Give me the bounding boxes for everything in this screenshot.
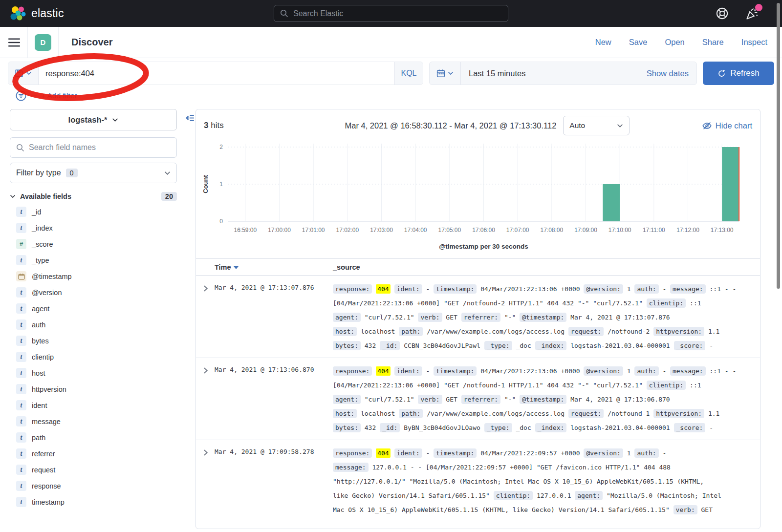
- field-item-path[interactable]: tpath: [10, 429, 186, 446]
- chevron-down-icon: [448, 71, 454, 75]
- field-item-@timestamp[interactable]: @timestamp: [10, 268, 186, 284]
- field-item-clientip[interactable]: tclientip: [10, 349, 186, 365]
- expand-row-icon[interactable]: [202, 367, 209, 435]
- field-item-auth[interactable]: tauth: [10, 317, 186, 333]
- svg-text:17:13:00: 17:13:00: [711, 227, 734, 234]
- query-language-button[interactable]: KQL: [394, 62, 423, 85]
- field-type-string-icon: t: [16, 319, 26, 330]
- field-item-@version[interactable]: t@version: [10, 284, 186, 300]
- news-party-popper-icon[interactable]: [746, 7, 759, 20]
- field-label-badge: verb:: [418, 313, 442, 322]
- index-pattern-select[interactable]: logstash-*: [10, 109, 177, 130]
- inspect-button[interactable]: Inspect: [741, 38, 767, 47]
- show-dates-button[interactable]: Show dates: [647, 69, 696, 78]
- add-filter-button[interactable]: + Add filter: [41, 91, 77, 100]
- query-input[interactable]: response:404: [39, 62, 394, 85]
- field-type-number-icon: #: [16, 239, 26, 249]
- svg-text:Count: Count: [202, 175, 209, 193]
- field-label-badge: auth:: [634, 366, 658, 376]
- field-item-message[interactable]: tmessage: [10, 413, 186, 429]
- field-item-request[interactable]: trequest: [10, 462, 186, 478]
- field-item-response[interactable]: tresponse: [10, 478, 186, 494]
- field-item-bytes[interactable]: tbytes: [10, 333, 186, 349]
- field-value: -: [662, 449, 666, 457]
- help-icon[interactable]: [716, 7, 728, 20]
- global-search-placeholder: Search Elastic: [293, 9, 343, 18]
- field-item-host[interactable]: thost: [10, 365, 186, 381]
- field-label-badge: path:: [399, 409, 423, 418]
- field-item-agent[interactable]: tagent: [10, 300, 186, 317]
- field-label-badge: agent:: [575, 491, 603, 500]
- open-button[interactable]: Open: [665, 38, 684, 47]
- date-picker-calendar-button[interactable]: [430, 62, 461, 85]
- field-value: -: [426, 367, 430, 375]
- field-search-input[interactable]: Search field names: [10, 137, 177, 158]
- histogram-interval-select[interactable]: Auto: [563, 116, 630, 135]
- field-item-_score[interactable]: #_score: [10, 236, 186, 252]
- field-item-httpversion[interactable]: thttpversion: [10, 381, 186, 397]
- field-value: ByBN_3cB04dGovJLOawo: [404, 424, 480, 431]
- highlighted-value: 404: [376, 284, 390, 294]
- filter-by-type-select[interactable]: Filter by type 0: [10, 163, 177, 183]
- field-item-_type[interactable]: t_type: [10, 252, 186, 268]
- svg-text:@timestamp per 30 seconds: @timestamp per 30 seconds: [439, 243, 528, 250]
- save-button[interactable]: Save: [629, 38, 648, 47]
- filter-by-type-count-badge: 0: [66, 169, 78, 177]
- field-label-badge: referrer:: [461, 313, 500, 322]
- field-item-_id[interactable]: t_id: [10, 204, 186, 220]
- new-button[interactable]: New: [595, 38, 611, 47]
- divider: [27, 27, 28, 58]
- field-value: 04/Mar/2021:22:13:06 +0000: [480, 367, 580, 375]
- saved-query-menu-button[interactable]: [8, 62, 39, 85]
- field-value: 432: [365, 342, 376, 349]
- discover-app-badge[interactable]: D: [35, 34, 51, 51]
- field-label-badge: _id:: [380, 423, 400, 432]
- page-scrollbar[interactable]: [777, 3, 780, 289]
- field-name: agent: [32, 305, 49, 313]
- field-label-badge: request:: [568, 409, 604, 418]
- histogram-chart[interactable]: 16:59:0017:00:0017:01:0017:02:0017:03:00…: [196, 139, 760, 255]
- highlighted-value: 404: [376, 448, 390, 458]
- field-item-_index[interactable]: t_index: [10, 220, 186, 236]
- field-value: "-": [504, 314, 516, 321]
- row-timestamp: Mar 4, 2021 @ 17:13:06.870: [215, 364, 333, 435]
- field-name: ident: [32, 402, 47, 409]
- collapse-sidebar-icon[interactable]: [185, 114, 195, 122]
- field-value: -: [709, 424, 713, 431]
- calendar-icon: [436, 69, 445, 78]
- refresh-button[interactable]: Refresh: [703, 62, 774, 85]
- field-item-ident[interactable]: tident: [10, 397, 186, 413]
- field-label-badge: _type:: [484, 423, 512, 432]
- time-range-quick-value[interactable]: Last 15 minutes: [461, 69, 525, 78]
- available-fields-label: Available fields: [20, 192, 71, 200]
- field-value: 1: [627, 449, 631, 457]
- field-type-string-icon: t: [16, 255, 26, 265]
- hide-chart-button[interactable]: Hide chart: [702, 121, 752, 130]
- expand-row-icon[interactable]: [202, 285, 209, 353]
- field-label-badge: httpversion:: [653, 327, 704, 336]
- field-label-badge: timestamp:: [434, 448, 477, 458]
- field-label-badge: agent:: [333, 395, 361, 404]
- field-label-badge: ident:: [394, 448, 422, 458]
- field-item-referrer[interactable]: treferrer: [10, 446, 186, 462]
- field-name: @timestamp: [32, 273, 72, 280]
- hamburger-menu-icon[interactable]: [8, 37, 21, 48]
- available-fields-header[interactable]: Available fields 20: [10, 192, 186, 201]
- expand-row-icon[interactable]: [202, 449, 209, 517]
- field-value: 1.1: [708, 410, 719, 417]
- field-label-badge: @version:: [584, 284, 623, 294]
- field-value: "curl/7.52.1": [365, 314, 414, 321]
- field-value: ::1 - -: [710, 367, 737, 375]
- field-type-date-icon: [16, 271, 26, 281]
- time-column-header[interactable]: Time: [215, 263, 333, 271]
- share-button[interactable]: Share: [702, 38, 724, 47]
- available-fields-count-badge: 20: [161, 192, 177, 201]
- field-item-timestamp[interactable]: ttimestamp: [10, 494, 186, 510]
- field-name: _score: [32, 240, 53, 248]
- field-label-badge: request:: [568, 327, 604, 336]
- elastic-logo-group[interactable]: elastic: [10, 6, 64, 21]
- highlighted-value: 404: [376, 366, 390, 376]
- global-search-input[interactable]: Search Elastic: [274, 5, 508, 22]
- field-label-badge: @version:: [584, 448, 623, 458]
- filter-circle-icon[interactable]: [16, 90, 26, 101]
